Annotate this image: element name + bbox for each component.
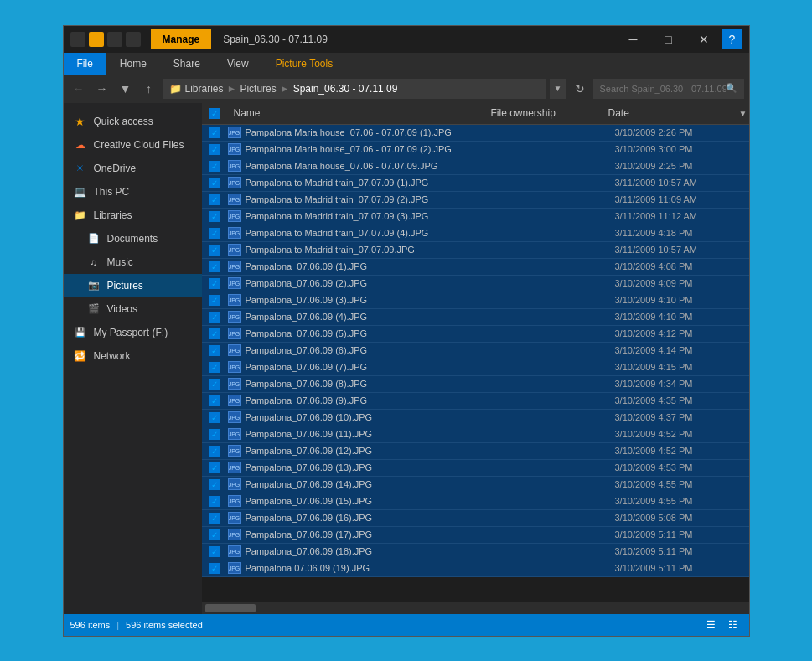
row-checkbox[interactable]: ✓ — [202, 395, 227, 406]
tab-home[interactable]: Home — [106, 53, 160, 75]
sidebar-item-onedrive[interactable]: ☀ OneDrive — [64, 157, 202, 180]
row-checkbox[interactable]: ✓ — [202, 312, 227, 323]
sidebar-item-creative-cloud[interactable]: ☁ Creative Cloud Files — [64, 133, 202, 157]
column-name-header[interactable]: Name — [227, 107, 484, 119]
file-checkbox-11[interactable]: ✓ — [209, 312, 220, 323]
horizontal-scrollbar[interactable] — [202, 602, 749, 614]
row-checkbox[interactable]: ✓ — [202, 563, 227, 574]
file-checkbox-25[interactable]: ✓ — [209, 546, 220, 557]
maximize-button[interactable]: □ — [652, 29, 685, 49]
row-checkbox[interactable]: ✓ — [202, 513, 227, 524]
row-checkbox[interactable]: ✓ — [202, 161, 227, 172]
file-rows[interactable]: ✓ JPG Pampalona Maria house_07.06 - 07.0… — [202, 125, 749, 602]
file-checkbox-14[interactable]: ✓ — [209, 362, 220, 373]
sidebar-item-network[interactable]: 🔁 Network — [64, 344, 202, 368]
table-row[interactable]: ✓ JPG Pampalona_07.06.09 (13).JPG 3/10/2… — [202, 460, 749, 477]
tab-view[interactable]: View — [214, 53, 262, 75]
row-checkbox[interactable]: ✓ — [202, 194, 227, 205]
sidebar-item-documents[interactable]: 📄 Documents — [64, 227, 202, 250]
select-all-checkbox[interactable]: ✓ — [209, 108, 220, 119]
row-checkbox[interactable]: ✓ — [202, 479, 227, 490]
file-checkbox-15[interactable]: ✓ — [209, 379, 220, 390]
table-row[interactable]: ✓ JPG Pampalona_07.06.09 (5).JPG 3/10/20… — [202, 326, 749, 343]
file-checkbox-0[interactable]: ✓ — [209, 127, 220, 138]
up-button[interactable]: ↑ — [139, 79, 159, 99]
table-row[interactable]: ✓ JPG Pampalona to Madrid train_07.07.09… — [202, 192, 749, 209]
file-checkbox-8[interactable]: ✓ — [209, 261, 220, 272]
row-checkbox[interactable]: ✓ — [202, 412, 227, 423]
manage-tab[interactable]: Manage — [151, 29, 212, 49]
row-checkbox[interactable]: ✓ — [202, 245, 227, 256]
file-checkbox-24[interactable]: ✓ — [209, 529, 220, 540]
sidebar-item-libraries[interactable]: 📁 Libraries — [64, 204, 202, 227]
sidebar-item-videos[interactable]: 🎬 Videos — [64, 297, 202, 321]
row-checkbox[interactable]: ✓ — [202, 295, 227, 306]
address-dropdown-button[interactable]: ▼ — [550, 79, 566, 99]
table-row[interactable]: ✓ JPG Pampalona 07.06.09 (19).JPG 3/10/2… — [202, 560, 749, 577]
row-checkbox[interactable]: ✓ — [202, 446, 227, 457]
row-checkbox[interactable]: ✓ — [202, 144, 227, 155]
address-path[interactable]: 📁 Libraries ► Pictures ► Spain_06.30 - 0… — [163, 79, 546, 99]
header-checkbox[interactable]: ✓ — [202, 108, 227, 119]
expand-icon[interactable]: ▼ — [736, 109, 749, 118]
file-checkbox-3[interactable]: ✓ — [209, 178, 220, 188]
row-checkbox[interactable]: ✓ — [202, 178, 227, 188]
file-checkbox-1[interactable]: ✓ — [209, 144, 220, 155]
file-checkbox-6[interactable]: ✓ — [209, 228, 220, 239]
file-checkbox-13[interactable]: ✓ — [209, 345, 220, 356]
file-checkbox-18[interactable]: ✓ — [209, 429, 220, 440]
file-checkbox-9[interactable]: ✓ — [209, 278, 220, 289]
table-row[interactable]: ✓ JPG Pampalona_07.06.09 (8).JPG 3/10/20… — [202, 376, 749, 393]
row-checkbox[interactable]: ✓ — [202, 127, 227, 138]
file-checkbox-7[interactable]: ✓ — [209, 245, 220, 256]
column-date-header[interactable]: Date — [602, 107, 736, 119]
row-checkbox[interactable]: ✓ — [202, 362, 227, 373]
table-row[interactable]: ✓ JPG Pampalona Maria house_07.06 - 07.0… — [202, 158, 749, 175]
table-row[interactable]: ✓ JPG Pampalona_07.06.09 (1).JPG 3/10/20… — [202, 259, 749, 276]
file-checkbox-4[interactable]: ✓ — [209, 194, 220, 205]
tab-picture-tools[interactable]: Picture Tools — [262, 53, 346, 75]
row-checkbox[interactable]: ✓ — [202, 529, 227, 540]
path-segment-libraries[interactable]: Libraries — [185, 83, 224, 95]
table-row[interactable]: ✓ JPG Pampalona_07.06.09 (18).JPG 3/10/2… — [202, 544, 749, 560]
sidebar-item-this-pc[interactable]: 💻 This PC — [64, 180, 202, 204]
table-row[interactable]: ✓ JPG Pampalona to Madrid train_07.07.09… — [202, 225, 749, 242]
scrollbar-thumb[interactable] — [205, 604, 256, 612]
file-checkbox-19[interactable]: ✓ — [209, 446, 220, 457]
table-row[interactable]: ✓ JPG Pampalona_07.06.09 (11).JPG 3/10/2… — [202, 426, 749, 443]
file-checkbox-17[interactable]: ✓ — [209, 412, 220, 423]
table-row[interactable]: ✓ JPG Pampalona Maria house_07.06 - 07.0… — [202, 125, 749, 142]
file-checkbox-5[interactable]: ✓ — [209, 211, 220, 222]
table-row[interactable]: ✓ JPG Pampalona_07.06.09 (10).JPG 3/10/2… — [202, 410, 749, 426]
path-segment-pictures[interactable]: Pictures — [240, 83, 276, 95]
table-row[interactable]: ✓ JPG Pampalona Maria house_07.06 - 07.0… — [202, 142, 749, 158]
row-checkbox[interactable]: ✓ — [202, 462, 227, 473]
table-row[interactable]: ✓ JPG Pampalona_07.06.09 (9).JPG 3/10/20… — [202, 393, 749, 410]
file-checkbox-26[interactable]: ✓ — [209, 563, 220, 574]
row-checkbox[interactable]: ✓ — [202, 211, 227, 222]
table-row[interactable]: ✓ JPG Pampalona to Madrid train_07.07.09… — [202, 242, 749, 259]
row-checkbox[interactable]: ✓ — [202, 429, 227, 440]
tab-share[interactable]: Share — [160, 53, 214, 75]
row-checkbox[interactable]: ✓ — [202, 345, 227, 356]
minimize-button[interactable]: ─ — [617, 29, 650, 49]
table-row[interactable]: ✓ JPG Pampalona_07.06.09 (2).JPG 3/10/20… — [202, 276, 749, 292]
search-input[interactable] — [600, 84, 726, 94]
table-row[interactable]: ✓ JPG Pampalona_07.06.09 (14).JPG 3/10/2… — [202, 477, 749, 493]
file-checkbox-22[interactable]: ✓ — [209, 496, 220, 507]
table-row[interactable]: ✓ JPG Pampalona_07.06.09 (12).JPG 3/10/2… — [202, 443, 749, 460]
file-checkbox-10[interactable]: ✓ — [209, 295, 220, 306]
details-view-button[interactable]: ☰ — [702, 617, 721, 633]
table-row[interactable]: ✓ JPG Pampalona_07.06.09 (16).JPG 3/10/2… — [202, 510, 749, 527]
file-checkbox-23[interactable]: ✓ — [209, 513, 220, 524]
table-row[interactable]: ✓ JPG Pampalona_07.06.09 (17).JPG 3/10/2… — [202, 527, 749, 544]
row-checkbox[interactable]: ✓ — [202, 328, 227, 339]
row-checkbox[interactable]: ✓ — [202, 379, 227, 390]
sidebar-item-quick-access[interactable]: ★ Quick access — [64, 110, 202, 133]
row-checkbox[interactable]: ✓ — [202, 261, 227, 272]
sidebar-item-pictures[interactable]: 📷 Pictures — [64, 274, 202, 297]
file-checkbox-20[interactable]: ✓ — [209, 462, 220, 473]
sidebar-item-my-passport[interactable]: 💾 My Passport (F:) — [64, 321, 202, 344]
help-button[interactable]: ? — [722, 29, 742, 49]
table-row[interactable]: ✓ JPG Pampalona to Madrid train_07.07.09… — [202, 175, 749, 192]
